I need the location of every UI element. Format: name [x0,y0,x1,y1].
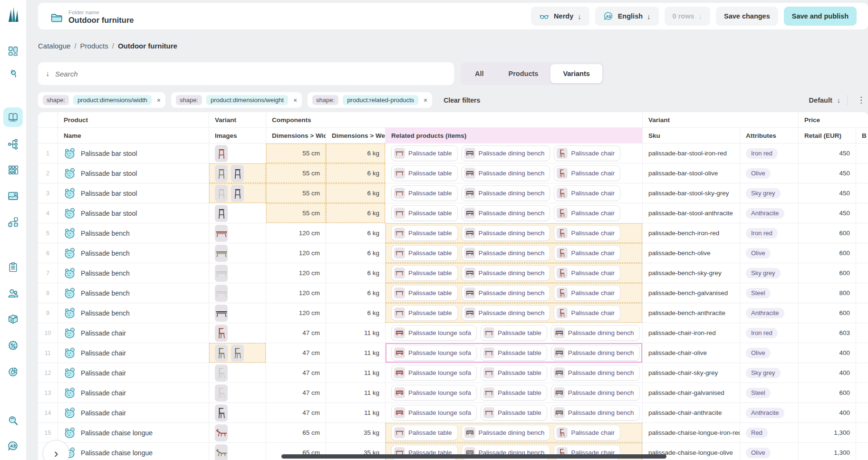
cell-overflow[interactable] [856,283,868,303]
related-product-chip[interactable]: Palissade table [391,285,458,301]
cell-related-products[interactable]: Palissade lounge sofaPalissade tablePali… [386,383,643,403]
related-product-chip[interactable]: Palissade table [391,245,458,261]
cell-related-products[interactable]: Palissade tablePalissade dining benchPal… [386,223,643,243]
cell-dimensions-width[interactable]: 120 cm [266,223,326,243]
cell-attributes[interactable]: Anthracite [740,403,799,423]
related-product-chip[interactable]: Palissade table [481,325,547,341]
cell-dimensions-weight[interactable]: 6 kg [326,303,386,323]
sidebar-item-hierarchy[interactable] [7,138,19,150]
cell-product-name[interactable]: Palissade chair [58,323,209,343]
related-product-chip[interactable]: Palissade dining bench [462,285,550,301]
cell-dimensions-weight[interactable]: 11 kg [326,343,386,363]
related-product-chip[interactable]: Palissade dining bench [462,185,550,201]
cell-overflow[interactable] [856,144,868,163]
cell-related-products[interactable]: Palissade tablePalissade dining benchPal… [386,144,643,163]
related-product-chip[interactable]: Palissade dining bench [462,165,550,181]
cell-variant-images[interactable] [209,263,266,283]
cell-attributes[interactable]: Steel [740,283,799,303]
related-product-chip[interactable]: Palissade chair [554,305,620,321]
remove-filter-icon[interactable]: × [424,96,427,104]
cell-variant-images[interactable] [209,383,266,403]
related-product-chip[interactable]: Palissade dining bench [551,365,640,381]
cell-overflow[interactable] [856,243,868,263]
language-dropdown[interactable]: A文 English ↓ [595,7,659,26]
cell-retail-price[interactable]: 600 [799,383,856,403]
related-product-chip[interactable]: Palissade lounge sofa [391,385,477,401]
related-product-chip[interactable]: Palissade dining bench [462,425,550,441]
cell-overflow[interactable] [856,303,868,323]
sidebar-item-dashboard[interactable] [7,45,19,57]
sidebar-item-media[interactable] [7,190,19,202]
cell-related-products[interactable]: Palissade tablePalissade dining benchPal… [386,283,643,303]
cell-retail-price[interactable]: 400 [799,363,856,383]
more-options-icon[interactable]: ⋮ [854,95,868,105]
related-product-chip[interactable]: Palissade dining bench [462,245,550,261]
cell-retail-price[interactable]: 1,300 [799,423,856,443]
cell-variant-images[interactable] [209,323,266,343]
cell-sku[interactable]: palissade-bench-anthracite [643,303,740,323]
cell-sku[interactable]: palissade-bar-stool-anthracite [643,203,740,223]
sidebar-item-products[interactable] [7,313,19,325]
cell-product-name[interactable]: Palissade bar stool [58,203,209,223]
cell-sku[interactable]: palissade-bench-olive [643,243,740,263]
related-product-chip[interactable]: Palissade table [391,425,458,441]
related-product-chip[interactable]: Palissade dining bench [551,405,640,421]
cell-sku[interactable]: palissade-chair-iron-red [643,323,740,343]
cell-variant-images[interactable] [209,243,266,263]
cell-product-name[interactable]: Palissade chair [58,403,209,423]
sidebar-item-integrations[interactable] [7,67,19,78]
related-product-chip[interactable]: Palissade dining bench [462,145,550,161]
cell-variant-images[interactable] [209,363,266,383]
cell-sku[interactable]: palissade-bench-iron-red [643,223,740,243]
cell-product-name[interactable]: Palissade bench [58,263,209,283]
related-product-chip[interactable]: Palissade chair [554,265,620,281]
cell-dimensions-width[interactable]: 55 cm [266,183,326,203]
cell-related-products[interactable]: Palissade tablePalissade dining benchPal… [386,303,643,323]
cell-dimensions-weight[interactable]: 35 kg [326,423,386,443]
cell-dimensions-weight[interactable]: 11 kg [326,363,386,383]
sidebar-item-workflow[interactable] [7,216,19,228]
cell-product-name[interactable]: Palissade bench [58,223,209,243]
cell-dimensions-weight[interactable]: 11 kg [326,383,386,403]
cell-attributes[interactable]: Anthracite [740,203,799,223]
cell-dimensions-weight[interactable]: 6 kg [326,163,386,183]
cell-related-products[interactable]: Palissade tablePalissade dining benchPal… [386,243,643,263]
related-product-chip[interactable]: Palissade table [391,145,458,161]
cell-sku[interactable]: palissade-chair-galvanised [643,383,740,403]
cell-sku[interactable]: palissade-bar-stool-sky-grey [643,183,740,203]
cell-dimensions-width[interactable]: 47 cm [266,363,326,383]
cell-variant-images[interactable] [209,144,266,163]
cell-overflow[interactable] [856,443,868,460]
cell-dimensions-weight[interactable]: 6 kg [326,223,386,243]
cell-attributes[interactable]: Sky grey [740,183,799,203]
cell-retail-price[interactable]: 450 [799,144,856,163]
cell-related-products[interactable]: Palissade tablePalissade dining benchPal… [386,163,643,183]
cell-retail-price[interactable]: 400 [799,403,856,423]
horizontal-scrollbar-thumb[interactable] [281,454,666,459]
related-product-chip[interactable]: Palissade table [391,265,458,281]
cell-dimensions-width[interactable]: 47 cm [266,383,326,403]
cell-dimensions-width[interactable]: 47 cm [266,343,326,363]
related-product-chip[interactable]: Palissade chair [554,285,620,301]
search-box[interactable]: ↓ [38,62,454,85]
cell-retail-price[interactable]: 800 [799,283,856,303]
related-product-chip[interactable]: Palissade chair [554,165,620,181]
cell-variant-images[interactable] [209,163,266,183]
cell-dimensions-weight[interactable]: 11 kg [326,403,386,423]
cell-attributes[interactable]: Steel [740,383,799,403]
cell-sku[interactable]: palissade-chair-anthracite [643,403,740,423]
cell-dimensions-weight[interactable]: 6 kg [326,263,386,283]
cell-variant-images[interactable] [209,443,266,460]
related-product-chip[interactable]: Palissade table [391,185,458,201]
related-product-chip[interactable]: Palissade lounge sofa [391,405,477,421]
sidebar-item-search[interactable] [7,415,19,427]
cell-sku[interactable]: palissade-bench-galvanised [643,283,740,303]
cell-dimensions-width[interactable]: 120 cm [266,243,326,263]
cell-overflow[interactable] [856,183,868,203]
related-product-chip[interactable]: Palissade lounge sofa [391,345,477,361]
cell-related-products[interactable]: Palissade tablePalissade dining benchPal… [386,203,643,223]
related-product-chip[interactable]: Palissade dining bench [551,325,640,341]
cell-related-products[interactable]: Palissade lounge sofaPalissade tablePali… [386,323,643,343]
tab-variants[interactable]: Variants [550,64,602,83]
cell-dimensions-width[interactable]: 47 cm [266,403,326,423]
